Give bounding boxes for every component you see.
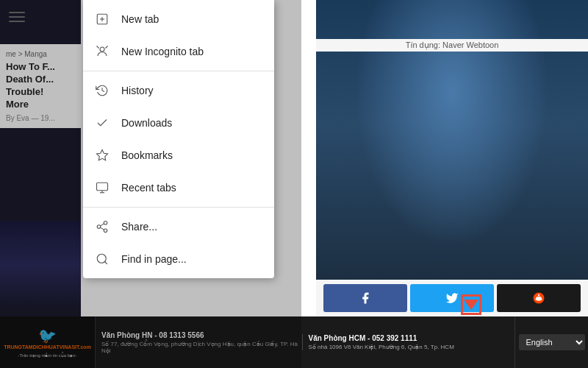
- cover-credit: Tín dụng: Naver Webtoon: [316, 39, 588, 52]
- history-icon: [95, 83, 110, 98]
- arrow-box: [461, 294, 481, 315]
- footer-language: English Vietnamese: [514, 316, 588, 368]
- svg-marker-20: [97, 150, 108, 160]
- hcm-address: Số nhà 1096 Võ Văn Kiệt, Phường 6, Quận …: [309, 344, 509, 350]
- share-icon: [95, 219, 110, 234]
- svg-rect-2: [338, 44, 397, 162]
- svg-line-18: [97, 46, 99, 49]
- new-tab-label: New tab: [121, 13, 159, 25]
- menu-item-share[interactable]: Share...: [83, 210, 274, 243]
- plus-square-icon: [95, 12, 110, 26]
- svg-rect-7: [514, 44, 573, 162]
- svg-text:POLICE: POLICE: [533, 100, 555, 107]
- svg-rect-6: [426, 52, 478, 103]
- svg-point-29: [97, 254, 106, 263]
- menu-item-recent-tabs[interactable]: Recent tabs: [83, 171, 274, 204]
- menu-item-bookmarks[interactable]: Bookmarks: [83, 139, 274, 171]
- svg-point-24: [104, 222, 107, 225]
- share-label: Share...: [121, 221, 157, 233]
- svg-point-25: [97, 225, 101, 229]
- language-select[interactable]: English Vietnamese: [519, 334, 585, 350]
- svg-rect-5: [419, 59, 485, 177]
- menu-item-find-in-page[interactable]: Find in page...: [83, 243, 274, 275]
- chrome-dropdown-menu: New tab New Incognito tab History: [83, 0, 274, 278]
- arrow-indicator: [461, 294, 481, 315]
- find-icon: [95, 252, 110, 266]
- menu-item-downloads[interactable]: Downloads: [83, 107, 274, 139]
- history-label: History: [121, 85, 154, 96]
- menu-item-new-incognito[interactable]: New Incognito tab: [83, 35, 274, 68]
- find-in-page-label: Find in page...: [121, 253, 187, 265]
- svg-line-30: [104, 261, 107, 263]
- svg-line-27: [100, 227, 104, 230]
- svg-rect-21: [97, 183, 108, 191]
- bookmarks-label: Bookmarks: [121, 149, 173, 161]
- new-incognito-label: New Incognito tab: [121, 46, 204, 57]
- svg-rect-9: [516, 96, 572, 109]
- hcm-label: Văn Phòng HCM - 052 392 1111: [309, 334, 509, 342]
- downloads-icon: [95, 116, 110, 130]
- recent-tabs-icon: [95, 180, 110, 195]
- downloads-label: Downloads: [121, 117, 172, 129]
- svg-line-28: [100, 224, 104, 226]
- incognito-icon: [95, 44, 110, 59]
- star-icon: [95, 148, 110, 163]
- menu-divider-1: [83, 71, 274, 71]
- recent-tabs-label: Recent tabs: [121, 182, 176, 194]
- svg-line-19: [106, 46, 108, 49]
- contact-hcm: Văn Phòng HCM - 052 392 1111 Số nhà 1096…: [302, 334, 509, 350]
- share-buttons-row: [316, 280, 588, 316]
- chrome-menu-button[interactable]: [6, 6, 28, 28]
- menu-item-new-tab[interactable]: New tab: [83, 3, 274, 35]
- menu-divider-2: [83, 207, 274, 208]
- svg-point-26: [104, 229, 107, 233]
- svg-point-17: [100, 47, 104, 52]
- menu-item-history[interactable]: History: [83, 74, 274, 107]
- svg-point-12: [342, 184, 562, 199]
- facebook-share-button[interactable]: [323, 284, 407, 312]
- arrow-down-icon: [464, 300, 478, 310]
- reddit-share-button[interactable]: [497, 284, 581, 312]
